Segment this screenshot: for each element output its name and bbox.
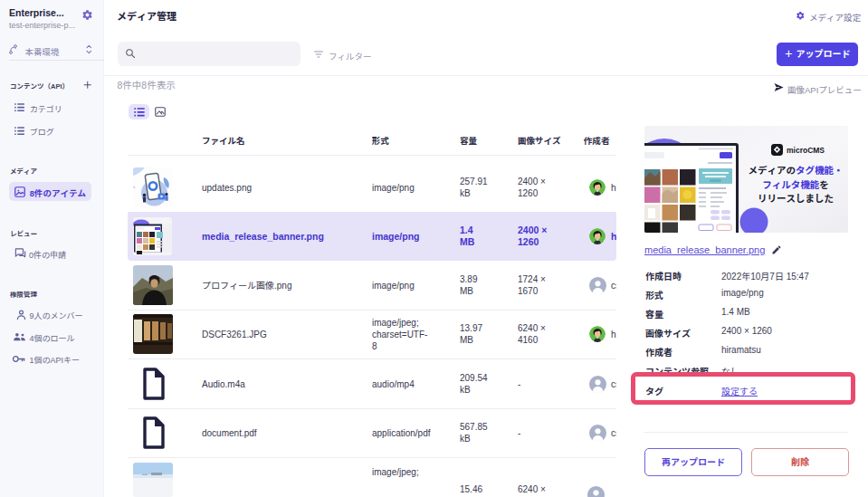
svg-text:メディアのタグ機能・: メディアのタグ機能・ (749, 165, 844, 176)
svg-text:リリースしました: リリースしました (758, 193, 834, 204)
svg-text:フィルタ機能を: フィルタ機能を (762, 179, 829, 190)
svg-text:microCMS: microCMS (787, 146, 825, 155)
